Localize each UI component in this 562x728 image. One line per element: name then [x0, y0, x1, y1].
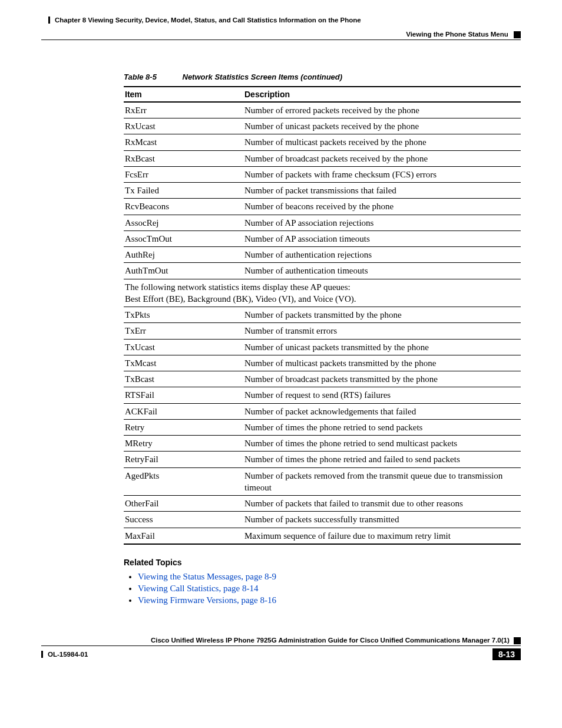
desc-cell: Number of broadcast packets transmitted …: [243, 371, 521, 387]
table-row: FcsErrNumber of packets with frame check…: [124, 166, 521, 182]
table-row: MaxFailMaximum sequence of failure due t…: [124, 528, 521, 544]
item-cell: Success: [124, 512, 243, 528]
table-row: RcvBeaconsNumber of beacons received by …: [124, 199, 521, 215]
desc-cell: Number of packets with frame checksum (F…: [243, 166, 521, 182]
desc-cell: Number of broadcast packets received by …: [243, 150, 521, 166]
section-header: Viewing the Phone Status Menu: [41, 31, 521, 38]
related-link[interactable]: Viewing Firmware Versions, page 8-16: [138, 595, 276, 605]
span-row: The following network statistics items d…: [124, 279, 521, 307]
table-row: AuthRejNumber of authentication rejectio…: [124, 247, 521, 263]
desc-cell: Number of multicast packets transmitted …: [243, 355, 521, 371]
table-row: TxErrNumber of transmit errors: [124, 323, 521, 339]
header-marker-icon: [514, 31, 521, 38]
table-row: RTSFailNumber of request to send (RTS) f…: [124, 387, 521, 403]
item-cell: RetryFail: [124, 452, 243, 467]
header-rule: [41, 39, 521, 40]
desc-cell: Number of unicast packets received by th…: [243, 118, 521, 134]
related-heading: Related Topics: [124, 558, 521, 567]
table-row: TxUcastNumber of unicast packets transmi…: [124, 339, 521, 355]
table-title: Network Statistics Screen Items (continu…: [183, 73, 343, 81]
table-row: SuccessNumber of packets successfully tr…: [124, 512, 521, 528]
item-cell: RxErr: [124, 102, 243, 118]
desc-cell: Number of packets successfully transmitt…: [243, 512, 521, 528]
table-row: RetryNumber of times the phone retried t…: [124, 419, 521, 435]
table-row: ACKFailNumber of packet acknowledgements…: [124, 403, 521, 419]
table-number: Table 8-5: [124, 73, 180, 81]
table-row: RxUcastNumber of unicast packets receive…: [124, 118, 521, 134]
section-header-text: Viewing the Phone Status Menu: [406, 31, 508, 38]
related-list: Viewing the Status Messages, page 8-9Vie…: [127, 572, 521, 605]
desc-cell: Number of AP association rejections: [243, 215, 521, 230]
table-row: AssocTmOutNumber of AP association timeo…: [124, 230, 521, 246]
item-cell: TxUcast: [124, 339, 243, 355]
desc-cell: Number of packet transmissions that fail…: [243, 183, 521, 199]
item-cell: TxMcast: [124, 355, 243, 371]
table-row: TxPktsNumber of packets transmitted by t…: [124, 307, 521, 323]
statistics-table: Item Description RxErrNumber of errored …: [124, 86, 521, 545]
desc-cell: Number of beacons received by the phone: [243, 199, 521, 215]
list-item: Viewing the Status Messages, page 8-9: [138, 572, 521, 582]
desc-cell: Number of request to send (RTS) failures: [243, 387, 521, 403]
desc-cell: Number of times the phone retried to sen…: [243, 419, 521, 435]
desc-cell: Number of packets transmitted by the pho…: [243, 307, 521, 323]
item-cell: OtherFail: [124, 496, 243, 512]
list-item: Viewing Firmware Versions, page 8-16: [138, 595, 521, 605]
item-cell: FcsErr: [124, 166, 243, 182]
footer-book: Cisco Unified Wireless IP Phone 7925G Ad…: [41, 637, 521, 646]
col-desc: Description: [243, 87, 521, 102]
item-cell: AgedPkts: [124, 467, 243, 496]
desc-cell: Number of packets removed from the trans…: [243, 467, 521, 496]
item-cell: AssocTmOut: [124, 230, 243, 246]
table-row: AssocRejNumber of AP association rejecti…: [124, 215, 521, 230]
footer-marker-icon: [514, 637, 521, 644]
span-line1: The following network statistics items d…: [125, 281, 517, 293]
item-cell: ACKFail: [124, 403, 243, 419]
desc-cell: Number of packet acknowledgements that f…: [243, 403, 521, 419]
desc-cell: Maximum sequence of failure due to maxim…: [243, 528, 521, 544]
table-row: RxMcastNumber of multicast packets recei…: [124, 134, 521, 150]
desc-cell: Number of errored packets received by th…: [243, 102, 521, 118]
related-link[interactable]: Viewing Call Statistics, page 8-14: [138, 584, 259, 593]
table-row: AgedPktsNumber of packets removed from t…: [124, 467, 521, 496]
table-row: TxMcastNumber of multicast packets trans…: [124, 355, 521, 371]
table-row: AuthTmOutNumber of authentication timeou…: [124, 263, 521, 279]
table-row: RetryFailNumber of times the phone retri…: [124, 452, 521, 467]
item-cell: TxBcast: [124, 371, 243, 387]
footer-book-text: Cisco Unified Wireless IP Phone 7925G Ad…: [151, 637, 510, 644]
desc-cell: Number of transmit errors: [243, 323, 521, 339]
item-cell: RxUcast: [124, 118, 243, 134]
item-cell: RTSFail: [124, 387, 243, 403]
item-cell: MaxFail: [124, 528, 243, 544]
chapter-header: Chapter 8 Viewing Security, Device, Mode…: [48, 17, 521, 24]
item-cell: TxPkts: [124, 307, 243, 323]
desc-cell: Number of AP association timeouts: [243, 230, 521, 246]
item-cell: AssocRej: [124, 215, 243, 230]
list-item: Viewing Call Statistics, page 8-14: [138, 584, 521, 594]
desc-cell: Number of authentication timeouts: [243, 263, 521, 279]
desc-cell: Number of multicast packets received by …: [243, 134, 521, 150]
item-cell: Tx Failed: [124, 183, 243, 199]
col-item: Item: [124, 87, 243, 102]
desc-cell: Number of packets that failed to transmi…: [243, 496, 521, 512]
item-cell: RxBcast: [124, 150, 243, 166]
desc-cell: Number of unicast packets transmitted by…: [243, 339, 521, 355]
item-cell: AuthRej: [124, 247, 243, 263]
desc-cell: Number of times the phone retried to sen…: [243, 436, 521, 452]
footer-doc: OL-15984-01: [41, 651, 92, 658]
item-cell: TxErr: [124, 323, 243, 339]
footer-page: 8-13: [492, 648, 521, 660]
item-cell: AuthTmOut: [124, 263, 243, 279]
table-row: TxBcastNumber of broadcast packets trans…: [124, 371, 521, 387]
table-row: Tx FailedNumber of packet transmissions …: [124, 183, 521, 199]
table-row: MRetryNumber of times the phone retried …: [124, 436, 521, 452]
span-line2: Best Effort (BE), Background (BK), Video…: [125, 293, 517, 305]
item-cell: RxMcast: [124, 134, 243, 150]
related-link[interactable]: Viewing the Status Messages, page 8-9: [138, 572, 276, 581]
item-cell: RcvBeacons: [124, 199, 243, 215]
table-row: RxErrNumber of errored packets received …: [124, 102, 521, 118]
desc-cell: Number of times the phone retried and fa…: [243, 452, 521, 467]
table-caption: Table 8-5 Network Statistics Screen Item…: [124, 73, 521, 81]
desc-cell: Number of authentication rejections: [243, 247, 521, 263]
table-row: RxBcastNumber of broadcast packets recei…: [124, 150, 521, 166]
page-footer: Cisco Unified Wireless IP Phone 7925G Ad…: [41, 637, 521, 660]
